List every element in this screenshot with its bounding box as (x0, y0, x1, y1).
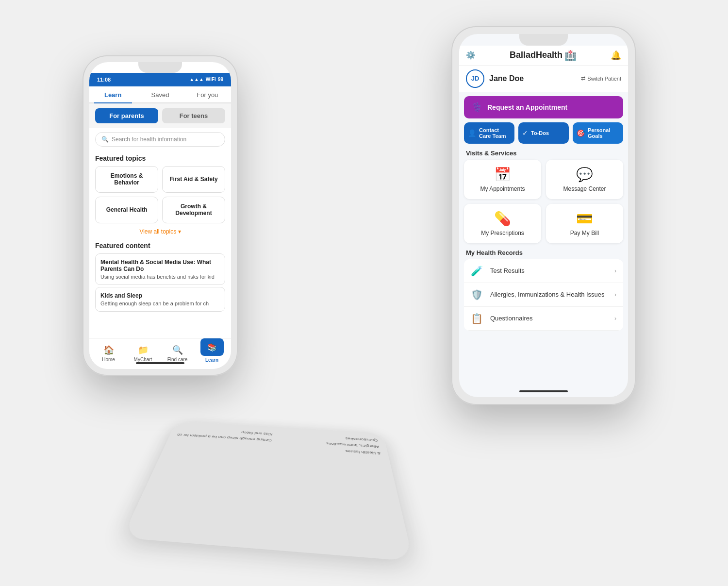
nav-learn[interactable]: 📚 Learn (195, 344, 229, 363)
message-center-label: Message Center (563, 185, 606, 192)
service-pay-bill[interactable]: 💳 Pay My Bill (546, 204, 623, 243)
toggle-for-parents[interactable]: For parents (95, 108, 158, 123)
wifi-icon: WiFi (206, 77, 216, 82)
search-icon: 🔍 (101, 136, 109, 143)
phone-back: Kids and Sleep Getting enough sleep can … (122, 421, 414, 561)
nav-home-label: Home (102, 357, 115, 362)
tab-saved[interactable]: Saved (136, 86, 183, 102)
bottom-nav-left: 🏠 Home 📁 MyChart 🔍 Find care 📚 Learn (89, 338, 231, 369)
prescriptions-icon: 💊 (494, 211, 511, 227)
search-placeholder: Search for health information (112, 136, 186, 143)
nav-home[interactable]: 🏠 Home (91, 345, 126, 362)
switch-patient-button[interactable]: ⇄ Switch Patient (581, 75, 621, 82)
pay-bill-icon: 💳 (576, 211, 593, 227)
notification-bell-icon[interactable]: 🔔 (611, 50, 621, 61)
goals-icon: 🎯 (577, 129, 585, 137)
phone-right: ⚙️ BalladHealth 🏥 🔔 JD Jane Doe ⇄ Switch… (451, 26, 636, 405)
service-message-center[interactable]: 💬 Message Center (546, 160, 623, 199)
questionnaires-label: Questionnaires (490, 315, 614, 322)
record-allergies[interactable]: 🛡️ Allergies, Immunizations & Health Iss… (464, 283, 623, 307)
topics-grid: Emotions & Behavior First Aid & Safety G… (89, 164, 231, 225)
settings-icon[interactable]: ⚙️ (466, 50, 476, 60)
ballad-logo-text: BalladHealth (510, 50, 563, 60)
todos-button[interactable]: ✓ To-Dos (518, 122, 569, 144)
patient-row: JD Jane Doe ⇄ Switch Patient (459, 66, 628, 92)
toggle-row: For parents For teens (89, 103, 231, 128)
test-results-label: Test Results (490, 267, 614, 274)
article-title-0: Mental Health & Social Media Use: What P… (100, 259, 220, 272)
record-questionnaires[interactable]: 📋 Questionnaires › (464, 307, 623, 331)
phone-back-inner: Kids and Sleep Getting enough sleep can … (164, 421, 390, 462)
learn-tabs: Learn Saved For you (89, 86, 231, 103)
pay-bill-label: Pay My Bill (570, 230, 599, 236)
nav-learn-label: Learn (205, 357, 218, 363)
toggle-for-teens[interactable]: For teens (162, 108, 225, 123)
article-sub-1: Getting enough sleep can be a problem fo… (100, 301, 220, 306)
tab-learn[interactable]: Learn (89, 86, 136, 102)
nav-mychart-label: MyChart (134, 357, 152, 362)
phone-left-screen: 11:08 ▲▲▲ WiFi 99 Learn Saved For you (89, 62, 231, 369)
ballad-logo-icon: 🏥 (564, 50, 577, 61)
appointment-banner-text: Request an Appointment (487, 103, 567, 111)
visits-services-title: Visits & Services (459, 148, 628, 160)
home-icon: 🏠 (103, 345, 114, 355)
topic-growth[interactable]: Growth & Development (162, 197, 225, 223)
nav-find-care-label: Find care (167, 357, 188, 362)
home-bar-left (136, 362, 184, 364)
status-icons-left: ▲▲▲ WiFi 99 (189, 77, 223, 82)
tab-for-you[interactable]: For you (184, 86, 231, 102)
learn-nav-circle: 📚 (200, 338, 224, 356)
scene: 11:08 ▲▲▲ WiFi 99 Learn Saved For you (73, 26, 655, 560)
questionnaires-icon: 📋 (471, 313, 484, 324)
allergies-icon: 🛡️ (471, 289, 484, 301)
article-sub-0: Using social media has benefits and risk… (100, 274, 220, 280)
health-records-section: 🧪 Test Results › 🛡️ Allergies, Immunizat… (464, 259, 623, 331)
topic-first-aid[interactable]: First Aid & Safety (162, 166, 225, 193)
mychart-icon: 📁 (138, 345, 149, 355)
topic-emotions[interactable]: Emotions & Behavior (95, 166, 158, 193)
article-title-1: Kids and Sleep (100, 292, 220, 299)
topic-general-health[interactable]: General Health (95, 197, 158, 223)
featured-topics-title: Featured topics (89, 151, 231, 164)
appointment-banner[interactable]: ⚕️ Request an Appointment (464, 96, 623, 118)
phone-left-notch (138, 62, 182, 73)
appointment-icon: ⚕️ (472, 102, 482, 113)
nav-mychart[interactable]: 📁 MyChart (126, 345, 160, 362)
test-results-chevron-icon: › (614, 268, 616, 274)
record-test-results[interactable]: 🧪 Test Results › (464, 259, 623, 283)
time-left: 11:08 (97, 77, 111, 83)
ballad-header: ⚙️ BalladHealth 🏥 🔔 (459, 46, 628, 66)
contact-care-team-button[interactable]: 👤 Contact Care Team (464, 122, 514, 144)
article-card-0[interactable]: Mental Health & Social Media Use: What P… (95, 253, 225, 285)
service-appointments[interactable]: 📅 My Appointments (464, 160, 541, 199)
allergies-chevron-icon: › (614, 291, 616, 298)
goals-label: Personal Goals (588, 127, 619, 139)
phone-right-screen: ⚙️ BalladHealth 🏥 🔔 JD Jane Doe ⇄ Switch… (459, 34, 628, 397)
quick-actions: 👤 Contact Care Team ✓ To-Dos 🎯 Personal … (459, 122, 628, 148)
home-bar-right (519, 390, 568, 392)
patient-avatar: JD (466, 69, 484, 88)
contact-label: Contact Care Team (479, 127, 511, 139)
nav-find-care[interactable]: 🔍 Find care (160, 345, 195, 362)
service-prescriptions[interactable]: 💊 My Prescriptions (464, 204, 541, 243)
prescriptions-label: My Prescriptions (481, 230, 524, 236)
learn-nav-icon: 📚 (207, 343, 217, 352)
patient-name: Jane Doe (489, 74, 576, 83)
todos-icon: ✓ (522, 129, 528, 137)
featured-content-title: Featured content (89, 238, 231, 251)
ballad-logo: BalladHealth 🏥 (510, 50, 577, 61)
appointments-icon: 📅 (494, 167, 511, 183)
search-bar[interactable]: 🔍 Search for health information (95, 132, 225, 147)
test-results-icon: 🧪 (471, 265, 484, 277)
todos-label: To-Dos (531, 130, 549, 136)
view-all-topics[interactable]: View all topics ▾ (89, 225, 231, 238)
signal-icon: ▲▲▲ (189, 77, 204, 82)
goals-button[interactable]: 🎯 Personal Goals (573, 122, 623, 144)
status-bar-left: 11:08 ▲▲▲ WiFi 99 (89, 73, 231, 86)
switch-arrows-icon: ⇄ (581, 75, 585, 82)
appointments-label: My Appointments (480, 185, 525, 192)
allergies-label: Allergies, Immunizations & Health Issues (490, 291, 614, 298)
article-card-1[interactable]: Kids and Sleep Getting enough sleep can … (95, 287, 225, 312)
switch-patient-label: Switch Patient (587, 76, 621, 82)
services-grid: 📅 My Appointments 💬 Message Center 💊 My … (459, 160, 628, 247)
